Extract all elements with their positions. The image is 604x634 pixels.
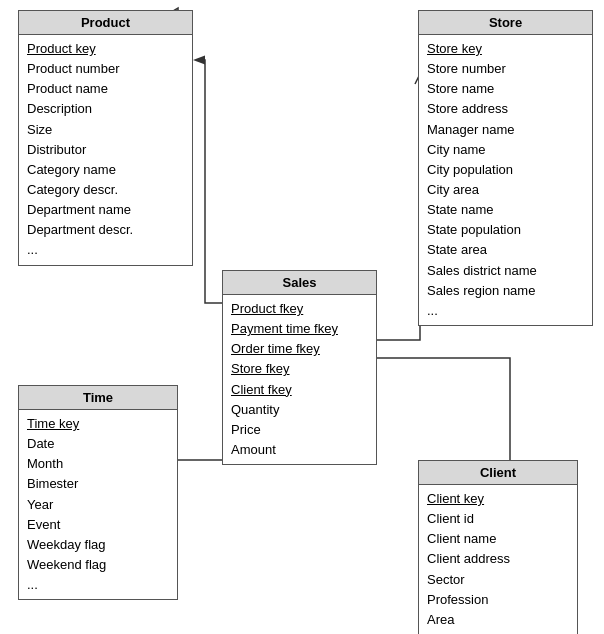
field-sales-region: Sales region name [427,281,584,301]
field-event: Event [27,515,169,535]
field-time-ellipsis: ... [27,575,169,595]
field-product-number: Product number [27,59,184,79]
entity-product: Product Product key Product number Produ… [18,10,193,266]
field-year: Year [27,495,169,515]
field-store-fkey: Store fkey [231,359,368,379]
client-title: Client [480,465,516,480]
field-product-ellipsis: ... [27,240,184,260]
field-city-population: City population [427,160,584,180]
field-category-descr: Category descr. [27,180,184,200]
entity-product-header: Product [19,11,192,35]
er-diagram: Product Product key Product number Produ… [0,0,604,634]
field-store-name: Store name [427,79,584,99]
entity-time-body: Time key Date Month Bimester Year Event … [19,410,177,599]
entity-sales-header: Sales [223,271,376,295]
entity-sales: Sales Product fkey Payment time fkey Ord… [222,270,377,465]
field-area: Area [427,610,569,630]
field-weekday-flag: Weekday flag [27,535,169,555]
field-client-key: Client key [427,489,569,509]
field-city-name: City name [427,140,584,160]
entity-product-body: Product key Product number Product name … [19,35,192,265]
entity-store: Store Store key Store number Store name … [418,10,593,326]
field-city-area: City area [427,180,584,200]
field-category-name: Category name [27,160,184,180]
entity-client-body: Client key Client id Client name Client … [419,485,577,634]
store-title: Store [489,15,522,30]
field-month: Month [27,454,169,474]
field-date: Date [27,434,169,454]
product-title: Product [81,15,130,30]
time-title: Time [83,390,113,405]
field-bimester: Bimester [27,474,169,494]
field-state-name: State name [427,200,584,220]
entity-time-header: Time [19,386,177,410]
field-client-ellipsis: ... [427,630,569,634]
entity-client-header: Client [419,461,577,485]
arrow-sales-store [370,80,420,340]
field-product-key: Product key [27,39,184,59]
field-profession: Profession [427,590,569,610]
field-amount: Amount [231,440,368,460]
field-client-name: Client name [427,529,569,549]
field-state-population: State population [427,220,584,240]
field-state-area: State area [427,240,584,260]
field-distributor: Distributor [27,140,184,160]
field-sector: Sector [427,570,569,590]
field-manager-name: Manager name [427,120,584,140]
field-order-fkey: Order time fkey [231,339,368,359]
entity-time: Time Time key Date Month Bimester Year E… [18,385,178,600]
field-payment-fkey: Payment time fkey [231,319,368,339]
field-client-address: Client address [427,549,569,569]
entity-sales-body: Product fkey Payment time fkey Order tim… [223,295,376,464]
field-store-number: Store number [427,59,584,79]
field-client-id: Client id [427,509,569,529]
field-time-key: Time key [27,414,169,434]
sales-title: Sales [283,275,317,290]
field-department-descr: Department descr. [27,220,184,240]
field-store-address: Store address [427,99,584,119]
field-quantity: Quantity [231,400,368,420]
field-price: Price [231,420,368,440]
field-weekend-flag: Weekend flag [27,555,169,575]
field-store-key: Store key [427,39,584,59]
field-sales-district: Sales district name [427,261,584,281]
field-store-ellipsis: ... [427,301,584,321]
arrow-sales-product [196,60,225,303]
field-description: Description [27,99,184,119]
field-product-name: Product name [27,79,184,99]
field-product-fkey: Product fkey [231,299,368,319]
field-department-name: Department name [27,200,184,220]
entity-store-header: Store [419,11,592,35]
entity-store-body: Store key Store number Store name Store … [419,35,592,325]
arrow-sales-client [370,358,510,470]
entity-client: Client Client key Client id Client name … [418,460,578,634]
field-size: Size [27,120,184,140]
field-client-fkey: Client fkey [231,380,368,400]
